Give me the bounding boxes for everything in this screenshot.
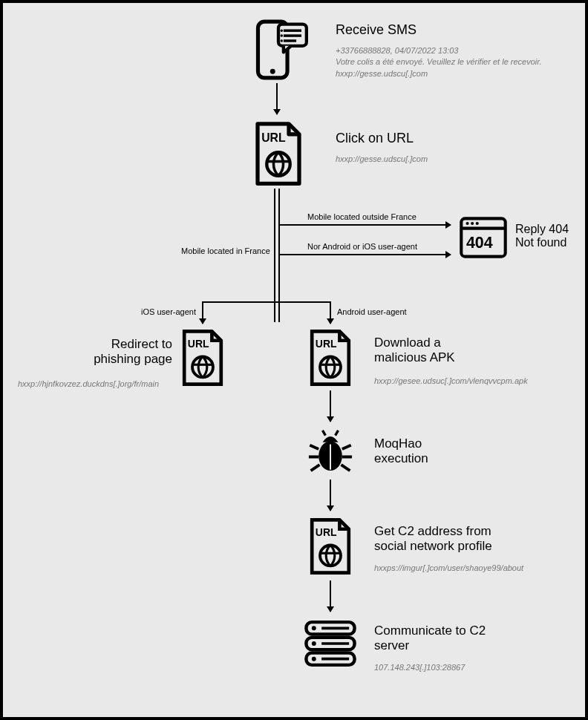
download-apk-sub: hxxp://gesee.udsuc[.]com/vlenqvvcpm.apk — [374, 376, 528, 387]
label-android-ua: Android user-agent — [337, 307, 407, 316]
download-apk-title2: malicious APK — [374, 350, 528, 365]
arrow-moqhao-to-c2addr — [330, 480, 331, 511]
browser-404-icon: 404 — [459, 215, 508, 260]
svg-point-14 — [466, 222, 468, 225]
arrow-to-ios — [202, 301, 203, 324]
c2addr-sub: hxxps://imgur[.]com/user/shaoye99/about — [374, 563, 523, 574]
svg-point-34 — [312, 626, 316, 630]
svg-text:URL: URL — [261, 131, 286, 144]
click-url-title: Click on URL — [336, 131, 428, 146]
redirect-sub: hxxp://hjnfkovzez.duckdns[.]org/fr/main — [18, 379, 159, 390]
download-apk-title1: Download a — [374, 336, 528, 350]
c2addr-title2: social network profile — [374, 539, 523, 554]
svg-text:URL: URL — [188, 338, 209, 350]
sms-line3: hxxp://gesse.udscu[.]com — [336, 68, 542, 79]
moqhao-title2: execution — [374, 451, 428, 466]
svg-point-1 — [270, 69, 275, 74]
sms-line2: Votre colis a été envoyé. Veuillez le vé… — [336, 56, 542, 68]
label-ios-ua: iOS user-agent — [141, 307, 196, 316]
svg-point-19 — [192, 356, 213, 377]
svg-text:URL: URL — [316, 338, 337, 350]
label-in-france: Mobile located in France — [181, 246, 270, 255]
arrow-to-android — [330, 301, 331, 324]
c2addr-title1: Get C2 address from — [374, 524, 523, 539]
svg-point-22 — [320, 356, 341, 377]
server-icon — [303, 618, 358, 670]
bug-icon — [306, 428, 355, 477]
c2comm-title1: Communicate to C2 — [374, 624, 486, 638]
c2comm-title2: server — [374, 638, 486, 653]
moqhao-title1: MoqHao — [374, 436, 428, 451]
phone-sms-icon — [246, 18, 310, 82]
url-document-icon-android: URL — [307, 328, 353, 387]
label-not-android-ios: Nor Android or iOS user-agent — [307, 242, 417, 251]
svg-point-16 — [476, 222, 479, 225]
arrow-apk-to-moqhao — [330, 390, 331, 422]
click-url-sub: hxxp://gesse.udscu[.]com — [336, 154, 428, 165]
svg-point-38 — [312, 657, 316, 661]
url-document-icon: URL — [252, 120, 304, 187]
sms-title: Receive SMS — [336, 22, 542, 38]
reply-404-title2: Not found — [515, 236, 569, 249]
branch-outside-france — [280, 224, 451, 226]
svg-point-7 — [281, 34, 283, 36]
svg-point-10 — [267, 152, 290, 176]
arrow-sms-to-url — [276, 83, 278, 114]
sms-line1: +33766888828, 04/07/2022 13:03 — [336, 45, 542, 56]
svg-point-8 — [281, 39, 283, 42]
label-outside-france: Mobile located outside France — [307, 212, 416, 221]
svg-point-29 — [320, 545, 341, 566]
reply-404-title1: Reply 404 — [515, 223, 569, 236]
redirect-title1: Redirect to — [61, 337, 172, 352]
redirect-title2: phishing page — [61, 352, 172, 367]
svg-line-26 — [322, 431, 325, 436]
url-document-icon-ios: URL — [180, 328, 226, 387]
branch-not-android-ios — [280, 254, 451, 255]
c2comm-sub: 107.148.243[.]103:28867 — [374, 662, 486, 673]
svg-point-15 — [471, 222, 474, 225]
svg-line-27 — [336, 431, 339, 436]
url-document-icon-c2: URL — [307, 517, 353, 576]
svg-point-6 — [281, 29, 283, 31]
svg-point-36 — [312, 641, 316, 646]
split-horizontal — [202, 301, 331, 303]
arrow-c2addr-to-c2comm — [330, 580, 331, 612]
svg-text:URL: URL — [316, 526, 337, 538]
svg-text:404: 404 — [466, 234, 493, 252]
